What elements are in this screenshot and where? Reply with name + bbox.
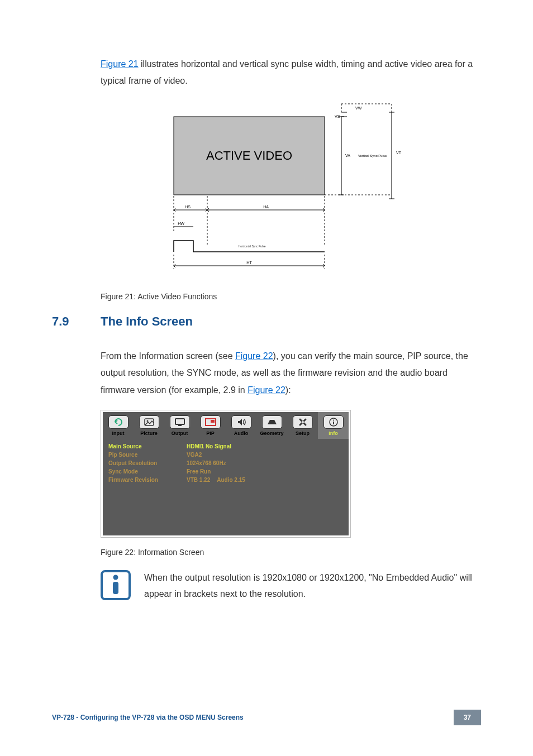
osd-firmware-val: VTB 1.22 bbox=[187, 477, 210, 483]
figure-21-image: ACTIVE VIDEO VW VS VT VA Vertical Sync P… bbox=[101, 101, 481, 282]
figure-22-link-1[interactable]: Figure 22 bbox=[235, 351, 273, 361]
osd-main-source-key: Main Source bbox=[108, 443, 187, 449]
horiz-pulse-label: Horizontal Sync Pulse bbox=[238, 245, 265, 248]
osd-tab-audio: Audio bbox=[226, 412, 256, 439]
note-text: When the output resolution is 1920x1080 … bbox=[144, 570, 481, 602]
osd-tab-output: Output bbox=[164, 412, 195, 439]
osd-output-res-val: 1024x768 60Hz bbox=[187, 460, 226, 466]
osd-output-res-key: Output Resolution bbox=[108, 460, 187, 466]
osd-firmware-audio: Audio 2.15 bbox=[217, 477, 245, 483]
osd-main-source-val: HDMI1 No Signal bbox=[187, 443, 231, 449]
vw-label: VW bbox=[355, 106, 362, 110]
osd-tab-setup: Setup bbox=[287, 412, 318, 439]
osd-tab-geometry: Geometry bbox=[256, 412, 287, 439]
intro-paragraph: Figure 21 illustrates horizontal and ver… bbox=[101, 56, 481, 90]
osd-sync-mode-val: Free Run bbox=[187, 468, 211, 475]
vert-pulse-label: Vertical Sync Pulse bbox=[358, 154, 387, 157]
ha-label: HA bbox=[263, 205, 269, 209]
va-label: VA bbox=[345, 154, 350, 157]
figure-22-link-2[interactable]: Figure 22 bbox=[248, 385, 285, 395]
figure-22-caption: Figure 22: Information Screen bbox=[101, 548, 481, 557]
svg-point-44 bbox=[113, 575, 118, 580]
section-paragraph: From the Information screen (see Figure … bbox=[101, 348, 481, 399]
osd-pip-source-val: VGA2 bbox=[187, 452, 202, 458]
osd-tab-info: Info bbox=[318, 412, 349, 439]
section-number: 7.9 bbox=[52, 314, 101, 329]
page-number: 37 bbox=[454, 710, 481, 725]
figure-21-link[interactable]: Figure 21 bbox=[101, 59, 139, 69]
svg-rect-36 bbox=[175, 419, 184, 424]
svg-point-40 bbox=[302, 421, 304, 423]
svg-point-42 bbox=[333, 419, 334, 420]
figure-21-caption: Figure 21: Active Video Functions bbox=[101, 292, 481, 301]
info-icon bbox=[101, 570, 131, 600]
footer-title: VP-728 - Configuring the VP-728 via the … bbox=[52, 714, 244, 721]
svg-rect-43 bbox=[333, 422, 334, 424]
hs-label: HS bbox=[185, 205, 191, 209]
osd-tab-pip: PIP bbox=[195, 412, 226, 439]
osd-sync-mode-key: Sync Mode bbox=[108, 468, 187, 475]
section-title: The Info Screen bbox=[101, 314, 193, 329]
osd-firmware-key: Firmware Revision bbox=[108, 477, 187, 483]
vt-label: VT bbox=[396, 151, 402, 155]
svg-rect-39 bbox=[211, 420, 215, 423]
svg-rect-45 bbox=[113, 582, 118, 594]
active-video-label: ACTIVE VIDEO bbox=[206, 149, 292, 162]
figure-22-image: Input Picture Output PIP Audio bbox=[101, 410, 351, 538]
osd-tab-picture: Picture bbox=[134, 412, 164, 439]
osd-pip-source-key: Pip Source bbox=[108, 452, 187, 458]
osd-tab-input: Input bbox=[103, 412, 134, 439]
intro-text: illustrates horizontal and vertical sync… bbox=[101, 59, 473, 85]
hw-label: HW bbox=[178, 222, 184, 226]
ht-label: HT bbox=[246, 261, 252, 265]
